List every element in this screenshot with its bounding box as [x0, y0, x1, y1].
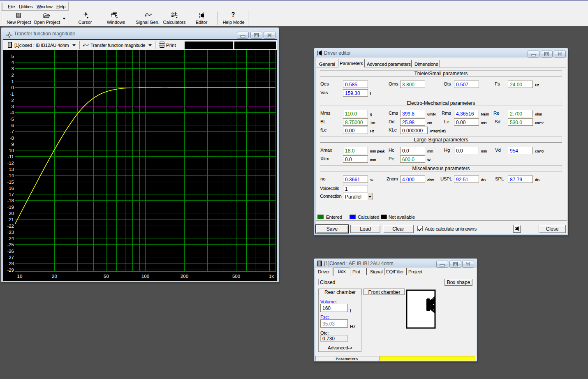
svg-text:-16: -16 — [7, 186, 14, 191]
svg-text:-11: -11 — [7, 154, 14, 159]
svg-text:-14: -14 — [7, 173, 14, 178]
svg-text:-26: -26 — [7, 249, 14, 254]
svg-text:5: 5 — [12, 54, 14, 59]
svg-text:-12: -12 — [7, 161, 14, 166]
svg-text:10: 10 — [17, 274, 23, 279]
svg-text:-29: -29 — [7, 268, 14, 273]
svg-text:-15: -15 — [7, 180, 14, 185]
svg-text:-7: -7 — [10, 129, 14, 134]
svg-text:-28: -28 — [7, 261, 14, 266]
svg-text:4: 4 — [12, 60, 14, 65]
svg-text:-5: -5 — [10, 117, 14, 122]
svg-text:-20: -20 — [7, 211, 14, 216]
svg-text:-13: -13 — [7, 167, 14, 172]
svg-text:-2: -2 — [10, 98, 14, 103]
svg-text:1k: 1k — [269, 274, 274, 279]
svg-text:1: 1 — [12, 79, 14, 84]
svg-text:-1: -1 — [10, 92, 14, 97]
svg-text:-10: -10 — [7, 148, 14, 153]
svg-text:-18: -18 — [7, 198, 14, 203]
svg-text:-22: -22 — [7, 224, 14, 229]
svg-text:0: 0 — [12, 85, 14, 90]
svg-text:-4: -4 — [10, 110, 14, 115]
svg-text:-6: -6 — [10, 123, 14, 128]
svg-text:200: 200 — [181, 274, 188, 279]
svg-text:-3: -3 — [10, 104, 14, 109]
svg-text:-21: -21 — [7, 217, 14, 222]
svg-text:-17: -17 — [7, 192, 14, 197]
svg-text:-25: -25 — [7, 242, 14, 247]
svg-text:50: 50 — [104, 274, 109, 279]
svg-text:-19: -19 — [7, 205, 14, 210]
svg-text:-9: -9 — [10, 142, 14, 147]
svg-text:-8: -8 — [10, 136, 14, 141]
svg-text:500: 500 — [232, 274, 240, 279]
svg-text:-23: -23 — [7, 230, 14, 235]
svg-text:3: 3 — [12, 66, 14, 71]
svg-text:-27: -27 — [7, 255, 14, 260]
svg-text:2: 2 — [12, 73, 14, 78]
svg-text:100: 100 — [141, 274, 149, 279]
svg-text:20: 20 — [52, 274, 57, 279]
svg-text:-24: -24 — [7, 236, 14, 241]
